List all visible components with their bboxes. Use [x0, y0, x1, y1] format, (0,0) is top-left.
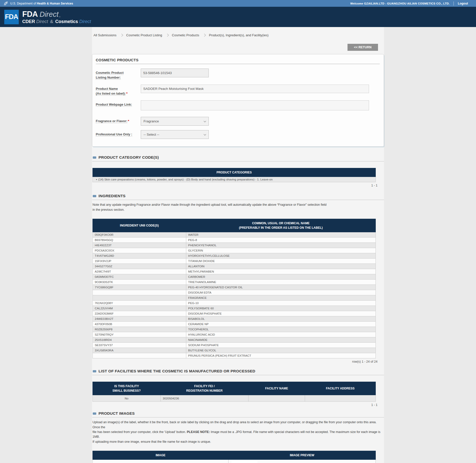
ingredient-name: METHYLPARABEN — [186, 269, 376, 274]
webpage-link-input[interactable] — [141, 100, 369, 110]
webpage-link-row: Product Webpage Link: — [96, 100, 380, 110]
ingredient-name: PRUNUS PERSICA (PEACH) FRUIT EXTRACT — [186, 353, 376, 358]
ingredients-pagination: row(s) 1 - 24 of 24 — [92, 360, 378, 363]
breadcrumb-item[interactable]: Cosmetic Products — [165, 32, 202, 38]
ingredient-row: 761NX2Q08Y PEG-10 — [93, 301, 376, 306]
category-section-title: PRODUCT CATEGORY CODE(S) — [98, 155, 159, 160]
fragrance-flavor-select[interactable]: Fragrance — [141, 117, 209, 126]
ingredient-unii-code: PDC6A3C0OX — [93, 248, 186, 253]
collapse-icon[interactable] — [93, 370, 96, 372]
ingredient-name: DISODIUM PHOSPHATE — [186, 311, 376, 316]
ingredient-unii-code: 25X51I8RD4 — [93, 337, 186, 343]
app-title: FDA Direct ® — [22, 10, 91, 18]
breadcrumb-item[interactable]: Product(s), Ingredient(s), and Facility(… — [202, 32, 271, 38]
ingredient-name: ALLANTOIN — [186, 264, 376, 269]
return-button[interactable]: << RETURN — [348, 44, 378, 51]
fda-logo: FDA — [4, 10, 19, 24]
ingredient-unii-code: A2I8C7HI9T — [93, 269, 186, 274]
ingredient-row: T4V6TWG28D HYDROXYETHYLCELLULOSE — [93, 253, 376, 259]
ingredient-row: S270N0TRQY HYALURONIC ACID — [93, 332, 376, 337]
ingredient-unii-code — [93, 290, 186, 295]
ingredient-unii-code: R0ZB2556P8 — [93, 327, 186, 332]
fei-header: FACILITY FEI / REGISTRATION NUMBER — [160, 382, 248, 395]
product-name-row: Product Name (As listed on label):* — [96, 85, 380, 96]
ingredient-name: CERAMIDE NP — [186, 322, 376, 327]
breadcrumb-item[interactable]: Cosmetic Product Listing — [119, 32, 165, 38]
hhs-logo-icon — [4, 1, 8, 6]
ingredient-name: BUTYLENE GLYCOL — [186, 348, 376, 353]
fragrance-flavor-label: Fragrance or Flavor:* — [96, 117, 141, 124]
collapse-icon[interactable] — [93, 156, 96, 159]
ingredient-row: 15FIX9V2JP TITANIUM DIOXIDE — [93, 259, 376, 264]
app-header: FDA FDA Direct ® CDER Direct & Cosmetics… — [0, 7, 476, 27]
ingredient-name: PEG-40 HYDROGENATED CASTOR OIL — [186, 285, 376, 290]
image-header: IMAGE — [93, 451, 228, 460]
ingredient-unii-code — [93, 295, 186, 301]
collapse-icon[interactable] — [93, 412, 96, 415]
ingredient-row: 059QF0KO0R WATER — [93, 232, 376, 238]
ingredient-name: PEG-10 — [186, 301, 376, 306]
professional-use-select[interactable]: -- Select -- — [141, 130, 209, 139]
categories-header: PRODUCT CATEGORIES — [93, 168, 376, 177]
hhs-top-bar: U.S. Department of Health & Human Servic… — [0, 0, 476, 7]
breadcrumb-item[interactable]: All Submissions — [92, 32, 119, 38]
ingredient-name: PHENOXYETHANOL — [186, 243, 376, 248]
chevron-down-icon — [204, 120, 206, 122]
facilities-table: IS THIS FACILITY SMALL BUSINESS? FACILIT… — [92, 382, 376, 402]
ingredient-name: TITANIUM DIOXIDE — [186, 259, 376, 264]
topbar-divider — [454, 2, 454, 6]
ingredient-unii-code — [93, 353, 186, 358]
ingredient-name: HYALURONIC ACID — [186, 332, 376, 337]
ingredient-row: 24WE03BX2T BISABOLOL — [93, 316, 376, 322]
product-name-label: Product Name (As listed on label):* — [96, 85, 141, 96]
facility-fei: 3020504236 — [160, 395, 248, 402]
ingredient-name: HYDROXYETHYLCELLULOSE — [186, 253, 376, 259]
collapse-icon[interactable] — [93, 195, 96, 197]
ingredient-row: B697894SGQ PEG-8 — [93, 238, 376, 243]
ingredient-name: SODIUM PHOSPHATE — [186, 343, 376, 348]
ingredient-unii-code: 3XUS85K0RA — [93, 348, 186, 353]
dept-text: U.S. Department of Health & Human Servic… — [10, 2, 73, 5]
ingredient-name: CARBOMER — [186, 274, 376, 280]
ingredient-row: R0ZB2556P8 TOCOPHEROL — [93, 327, 376, 332]
ingredient-name: TOCOPHEROL — [186, 327, 376, 332]
ingredient-row: FRAGRANCE — [93, 295, 376, 301]
ingredient-row: PDC6A3C0OX GLYCERIN — [93, 248, 376, 253]
listing-number-row: Cosmetic Product Listing Number: — [96, 69, 380, 80]
foot-mask-preview-image — [232, 461, 256, 463]
images-section-title: PRODUCT IMAGES — [98, 411, 135, 416]
breadcrumb: All Submissions Cosmetic Product Listing… — [92, 27, 384, 38]
ingredient-row: 0A5MM307FC CARBOMER — [93, 274, 376, 280]
ingredient-unii-code: 059QF0KO0R — [93, 232, 186, 238]
listing-number-input[interactable] — [141, 69, 209, 77]
categories-pagination: 1 - 1 — [92, 184, 378, 187]
ingredient-name: FRAGRANCE — [186, 295, 376, 301]
ingredient-name: WATER — [186, 232, 376, 238]
logout-link[interactable]: Logout — [458, 2, 468, 5]
chevron-down-icon — [204, 133, 206, 136]
facilities-pagination: 1 - 1 — [92, 403, 378, 407]
ingredient-unii-code: CAL22UVI4M — [93, 306, 186, 311]
app-subtitle: CDER Direct & Cosmetics Direct — [22, 19, 91, 24]
ingredient-unii-code: T4V6TWG28D — [93, 253, 186, 259]
ingredient-row: 7YC686GQ8F PEG-40 HYDROGENATED CASTOR OI… — [93, 285, 376, 290]
product-name-input[interactable] — [141, 85, 369, 93]
category-row: •(14) Skin care preparations (creams, lo… — [93, 177, 376, 182]
ingredient-row: 22ADO53M6F DISODIUM PHOSPHATE — [93, 311, 376, 316]
ingredient-unii-code: 761NX2Q08Y — [93, 301, 186, 306]
ingredient-unii-code: B697894SGQ — [93, 238, 186, 243]
ingredient-row: 344S277G0Z ALLANTOIN — [93, 264, 376, 269]
small-business-header: IS THIS FACILITY SMALL BUSINESS? — [93, 382, 161, 395]
panel-title: COSMETIC PRODUCTS — [96, 58, 380, 64]
ingredient-name: POLYSORBATE 60 — [186, 306, 376, 311]
image-row: NO.SD25297.jpg — [93, 460, 376, 463]
ingredient-unii-code: 344S277G0Z — [93, 264, 186, 269]
ingredient-unii-code: SE337SVY37 — [93, 343, 186, 348]
ingredient-unii-code: 22ADO53M6F — [93, 311, 186, 316]
cosmetic-products-panel: COSMETIC PRODUCTS Cosmetic Product Listi… — [92, 54, 384, 147]
ingredient-name: GLYCERIN — [186, 248, 376, 253]
ingredient-unii-code: 0A5MM307FC — [93, 274, 186, 280]
chemical-name-header: COMMON, USUAL OR CHEMICAL NAME (PREFERAB… — [186, 219, 376, 232]
facility-name-header: FACILITY NAME — [248, 382, 305, 395]
ingredient-row: 25X51I8RD4 NIACINAMIDE — [93, 337, 376, 343]
